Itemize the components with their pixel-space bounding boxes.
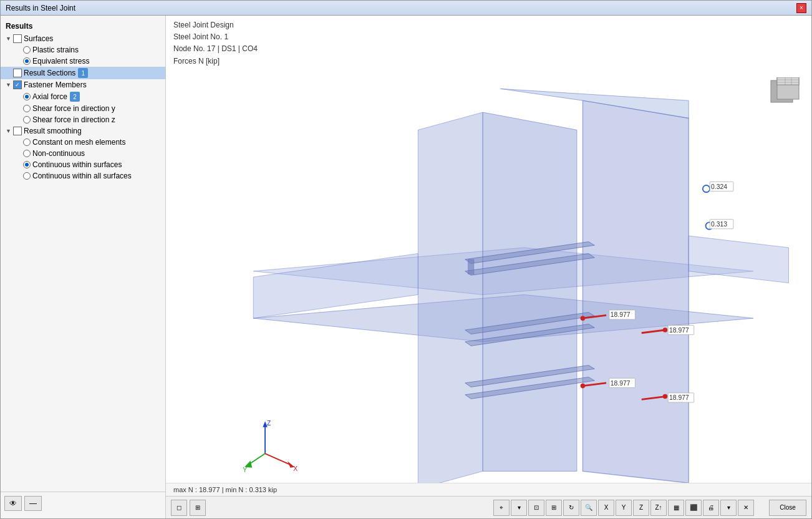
result-sections-checkbox[interactable] xyxy=(13,69,22,77)
svg-point-23 xyxy=(703,185,710,192)
non-continuous-item[interactable]: Non-continuous xyxy=(1,148,165,159)
fastener-collapse-icon: ▼ xyxy=(6,82,13,88)
svg-text:Z: Z xyxy=(267,420,271,427)
svg-text:0.313: 0.313 xyxy=(711,221,727,228)
print-btn[interactable]: 🖨 xyxy=(703,500,719,516)
svg-point-26 xyxy=(581,316,586,321)
fastener-members-label: Fastener Members xyxy=(24,80,87,89)
eye-icon: 👁 xyxy=(9,499,17,508)
view-z-btn[interactable]: Z xyxy=(633,500,649,516)
view-control-1[interactable]: ⌖ xyxy=(493,500,510,516)
surfaces-checkbox[interactable] xyxy=(13,34,22,43)
svg-text:18.977: 18.977 xyxy=(669,394,689,401)
minus-button[interactable]: — xyxy=(24,496,42,511)
shear-force-y-radio[interactable] xyxy=(23,105,31,112)
viewport-header: Steel Joint Design Steel Joint No. 1 Nod… xyxy=(166,16,811,71)
svg-point-28 xyxy=(663,327,668,332)
svg-text:0.324: 0.324 xyxy=(711,183,727,190)
constant-mesh-radio[interactable] xyxy=(23,138,31,146)
shear-force-y-label: Shear force in direction y xyxy=(32,104,115,113)
plastic-strains-label: Plastic strains xyxy=(32,46,79,54)
axial-force-label: Axial force xyxy=(32,92,67,101)
zoom-plus-btn[interactable]: 🔍 xyxy=(581,500,597,516)
continuous-all-item[interactable]: Continuous within all surfaces xyxy=(1,170,165,182)
svg-point-30 xyxy=(581,384,586,389)
continuous-within-label: Continuous within surfaces xyxy=(32,160,122,169)
svg-marker-10 xyxy=(418,112,483,483)
svg-text:18.977: 18.977 xyxy=(611,311,631,318)
nav-cube[interactable] xyxy=(768,77,805,115)
result-sections-item[interactable]: Result Sections 1 xyxy=(1,67,165,79)
shear-force-z-radio[interactable] xyxy=(23,116,31,124)
svg-text:X: X xyxy=(293,465,297,472)
equivalent-stress-item[interactable]: Equivalent stress xyxy=(1,56,165,67)
view-y-btn[interactable]: Y xyxy=(616,500,632,516)
svg-text:18.977: 18.977 xyxy=(669,327,689,334)
view-dropdown[interactable]: ▾ xyxy=(511,500,527,516)
3d-viewport[interactable]: 0.324 0.313 18.977 18.977 18.977 18.977 xyxy=(166,71,811,483)
settings-btn[interactable]: ✕ xyxy=(738,500,754,516)
view-3d-btn[interactable]: Z↑ xyxy=(650,500,667,516)
zoom-fit-btn[interactable]: ⊡ xyxy=(528,500,544,516)
continuous-within-item[interactable]: Continuous within surfaces xyxy=(1,159,165,170)
model-toggle-btn[interactable]: ⬛ xyxy=(685,500,702,516)
smoothing-collapse-icon: ▼ xyxy=(6,128,13,134)
fastener-members-group[interactable]: ▼ ✓ Fastener Members xyxy=(1,79,165,90)
model-btn[interactable]: ⊞ xyxy=(190,500,206,516)
svg-text:18.977: 18.977 xyxy=(611,379,631,386)
svg-marker-11 xyxy=(483,112,577,471)
constant-mesh-label: Constant on mesh elements xyxy=(32,138,125,147)
result-sections-label: Result Sections xyxy=(24,69,75,77)
shear-force-z-label: Shear force in direction z xyxy=(32,115,115,124)
status-bar: max N : 18.977 | min N : 0.313 kip xyxy=(166,483,811,496)
non-continuous-radio[interactable] xyxy=(23,150,31,157)
svg-marker-12 xyxy=(582,100,689,483)
right-panel: Steel Joint Design Steel Joint No. 1 Nod… xyxy=(166,16,811,518)
header-line2: Steel Joint No. 1 xyxy=(173,31,804,43)
svg-point-32 xyxy=(663,394,668,399)
model-icon: ⊞ xyxy=(195,504,200,511)
result-smoothing-label: Result smoothing xyxy=(24,127,82,135)
close-button[interactable]: Close xyxy=(769,500,806,516)
toolbar-left: ◻ ⊞ xyxy=(171,500,206,516)
result-smoothing-group[interactable]: ▼ Result smoothing xyxy=(1,125,165,137)
toolbar-right: ⌖ ▾ ⊡ ⊞ ↻ 🔍 X Y Z Z↑ ▦ ⬛ 🖨 ▾ ✕ Close xyxy=(493,500,806,516)
render-btn[interactable]: ▦ xyxy=(668,500,684,516)
fastener-members-checkbox[interactable]: ✓ xyxy=(13,80,22,89)
results-title: Results xyxy=(1,19,165,33)
axial-force-item[interactable]: Axial force 2 xyxy=(1,90,165,103)
print-dropdown[interactable]: ▾ xyxy=(720,500,737,516)
view-x-btn[interactable]: X xyxy=(598,500,614,516)
plastic-strains-item[interactable]: Plastic strains xyxy=(1,44,165,56)
collapse-icon: ▼ xyxy=(6,36,13,42)
eye-button[interactable]: 👁 xyxy=(4,496,22,511)
continuous-within-radio[interactable] xyxy=(23,161,31,168)
svg-rect-2 xyxy=(777,77,799,85)
shear-force-z-item[interactable]: Shear force in direction z xyxy=(1,114,165,125)
equivalent-stress-radio[interactable] xyxy=(23,57,31,65)
non-continuous-label: Non-continuous xyxy=(32,149,85,158)
result-sections-badge: 1 xyxy=(78,68,88,78)
left-panel-bottom: 👁 — xyxy=(1,492,165,515)
header-line3: Node No. 17 | DS1 | CO4 xyxy=(173,43,804,55)
zoom-window-btn[interactable]: ⊞ xyxy=(546,500,562,516)
plastic-strains-radio[interactable] xyxy=(23,46,31,54)
continuous-all-radio[interactable] xyxy=(23,172,31,180)
close-window-button[interactable]: × xyxy=(796,3,806,13)
constant-mesh-item[interactable]: Constant on mesh elements xyxy=(1,137,165,148)
view-mode-btn[interactable]: ◻ xyxy=(171,500,187,516)
shear-force-y-item[interactable]: Shear force in direction y xyxy=(1,103,165,114)
left-panel: Results ▼ Surfaces Plastic strains Equiv… xyxy=(1,16,166,518)
surfaces-group[interactable]: ▼ Surfaces xyxy=(1,33,165,44)
window-title: Results in Steel Joint xyxy=(6,4,796,12)
result-smoothing-checkbox[interactable] xyxy=(13,127,22,135)
equivalent-stress-label: Equivalent stress xyxy=(32,57,89,65)
view-icon: ◻ xyxy=(176,504,181,511)
axial-force-badge: 2 xyxy=(70,92,80,102)
zoom-rotate-btn[interactable]: ↻ xyxy=(563,500,579,516)
axial-force-radio[interactable] xyxy=(23,93,31,100)
svg-marker-18 xyxy=(468,260,473,274)
header-line4: Forces N [kip] xyxy=(173,56,804,67)
svg-text:Y: Y xyxy=(243,467,247,473)
status-text: max N : 18.977 | min N : 0.313 kip xyxy=(173,486,277,493)
